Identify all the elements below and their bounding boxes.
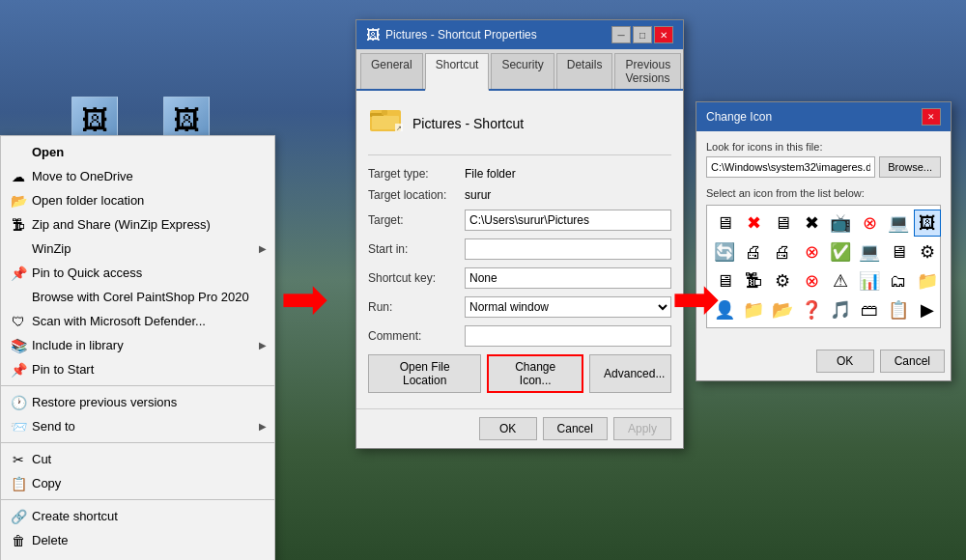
change-icon-dialog: Change Icon ✕ Look for icons in this fil…: [696, 101, 952, 381]
icon-cell-16[interactable]: ⚙: [914, 238, 941, 266]
file-row: Browse...: [706, 156, 941, 178]
comment-label: Comment:: [368, 329, 465, 343]
dialog-body: ↗ Pictures - Shortcut Target type: File …: [356, 91, 683, 408]
icon-cell-9[interactable]: 🔄: [711, 238, 738, 266]
tab-shortcut[interactable]: Shortcut: [425, 53, 490, 91]
context-menu-item-restore[interactable]: 🕐 Restore previous versions: [1, 390, 274, 414]
icon-cell-27[interactable]: 📂: [769, 296, 796, 323]
icon-cell-22[interactable]: 📊: [856, 267, 883, 294]
icon-cell-31[interactable]: 📋: [885, 296, 912, 323]
cancel-button[interactable]: Cancel: [543, 417, 608, 440]
icon-cell-20[interactable]: ⊗: [798, 267, 825, 294]
icon-cell-18[interactable]: 🗜: [740, 267, 767, 294]
shortcut-key-label: Shortcut key:: [368, 271, 465, 285]
run-select[interactable]: Normal window: [465, 296, 671, 318]
target-input[interactable]: [465, 210, 671, 231]
advanced-button[interactable]: Advanced...: [589, 354, 671, 393]
icon-cell-24[interactable]: 📁: [914, 267, 941, 294]
context-menu-item-winzip[interactable]: WinZip ▶: [1, 237, 274, 261]
restore-icon: 🕐: [9, 393, 28, 412]
icon-cell-10[interactable]: 🖨: [740, 238, 767, 266]
change-icon-button[interactable]: Change Icon...: [487, 354, 583, 393]
target-type-value: File folder: [465, 167, 516, 181]
icon-cell-13[interactable]: ✅: [827, 238, 854, 266]
send-to-submenu-arrow: ▶: [259, 421, 267, 432]
close-button[interactable]: ✕: [654, 26, 673, 43]
context-menu-item-delete[interactable]: 🗑 Delete: [1, 528, 274, 552]
row-target-type: Target type: File folder: [368, 167, 671, 181]
context-menu-item-zip-and-share[interactable]: 🗜 Zip and Share (WinZip Express): [1, 212, 274, 237]
shortcut-icon: 🔗: [9, 507, 28, 526]
context-menu-item-move-to-onedrive[interactable]: ☁ Move to OneDrive: [1, 164, 274, 188]
separator-1: [1, 385, 274, 386]
change-icon-controls: ✕: [922, 108, 941, 126]
context-menu-item-create-shortcut[interactable]: 🔗 Create shortcut: [1, 504, 274, 528]
icon-cell-8[interactable]: 🖼: [914, 210, 941, 237]
icon-cell-4[interactable]: ✖: [798, 210, 825, 237]
context-menu-item-open[interactable]: Open: [1, 140, 274, 164]
apply-button[interactable]: Apply: [613, 417, 671, 440]
file-label: Look for icons in this file:: [706, 141, 941, 153]
tab-details[interactable]: Details: [556, 53, 613, 89]
icon-cell-15[interactable]: 🖥: [885, 238, 912, 266]
dialog-header-icon: ↗: [368, 102, 403, 145]
icon-cell-30[interactable]: 🗃: [856, 296, 883, 323]
target-location-label: Target location:: [368, 188, 465, 202]
context-menu-item-copy[interactable]: 📋 Copy: [1, 471, 274, 495]
ok-button[interactable]: OK: [479, 417, 537, 440]
icon-cell-21[interactable]: ⚠: [827, 267, 854, 294]
shortcut-key-input[interactable]: [465, 267, 671, 289]
dialog-title-icon: 🖼: [366, 27, 380, 42]
change-icon-cancel-button[interactable]: Cancel: [880, 350, 945, 373]
run-label: Run:: [368, 300, 465, 314]
icon-cell-7[interactable]: 💻: [885, 210, 912, 237]
icon-cell-14[interactable]: 💻: [856, 238, 883, 266]
context-menu-item-pin-quick-access[interactable]: 📌 Pin to Quick access: [1, 261, 274, 285]
icon-cell-12[interactable]: ⊗: [798, 238, 825, 266]
icon-cell-3[interactable]: 🖥: [769, 210, 796, 237]
icon-cell-5[interactable]: 📺: [827, 210, 854, 237]
file-path-input[interactable]: [706, 156, 875, 178]
icon-cell-23[interactable]: 🗂: [885, 267, 912, 294]
browse-button[interactable]: Browse...: [879, 156, 941, 178]
icon-cell-32[interactable]: ▶: [914, 296, 941, 323]
corel-icon: [9, 288, 28, 307]
change-icon-ok-button[interactable]: OK: [816, 350, 874, 373]
icon-cell-29[interactable]: 🎵: [827, 296, 854, 323]
dialog-header-title: Pictures - Shortcut: [412, 116, 524, 131]
context-menu-item-cut[interactable]: ✂ Cut: [1, 447, 274, 471]
tab-security[interactable]: Security: [491, 53, 554, 89]
open-file-location-button[interactable]: Open File Location: [368, 354, 481, 393]
context-menu-item-pin-start[interactable]: 📌 Pin to Start: [1, 357, 274, 381]
icons-label: Select an icon from the list below:: [706, 187, 941, 199]
context-menu-item-corel[interactable]: Browse with Corel PaintShop Pro 2020: [1, 285, 274, 309]
maximize-button[interactable]: □: [633, 26, 652, 43]
copy-icon: 📋: [9, 474, 28, 493]
comment-input[interactable]: [465, 325, 671, 347]
tab-general[interactable]: General: [360, 53, 423, 89]
context-menu-item-send-to[interactable]: 📨 Send to ▶: [1, 414, 274, 438]
pin-start-icon: 📌: [9, 360, 28, 379]
minimize-button[interactable]: ─: [611, 26, 631, 43]
target-location-value: surur: [465, 188, 491, 202]
context-menu-item-open-folder-location[interactable]: 📂 Open folder location: [1, 188, 274, 212]
icon-cell-11[interactable]: 🖨: [769, 238, 796, 266]
folder-location-icon: 📂: [9, 191, 28, 210]
dialog-controls: ─ □ ✕: [611, 26, 673, 43]
icon-cell-19[interactable]: ⚙: [769, 267, 796, 294]
start-in-label: Start in:: [368, 242, 465, 256]
context-menu-item-include-library[interactable]: 📚 Include in library ▶: [1, 333, 274, 357]
icon-cell-1[interactable]: 🖥: [711, 210, 738, 237]
icon-cell-26[interactable]: 📁: [740, 296, 767, 323]
start-in-input[interactable]: [465, 238, 671, 260]
icon-cell-6[interactable]: ⊗: [856, 210, 883, 237]
tab-previous-versions[interactable]: Previous Versions: [614, 53, 681, 89]
context-menu-item-rename[interactable]: Rename: [1, 552, 274, 560]
zip-icon: 🗜: [9, 215, 28, 235]
icon-cell-28[interactable]: ❓: [798, 296, 825, 323]
change-icon-close-button[interactable]: ✕: [922, 108, 941, 126]
icon-cell-2[interactable]: ✖: [740, 210, 767, 237]
context-menu-item-defender[interactable]: 🛡 Scan with Microsoft Defender...: [1, 309, 274, 333]
target-type-label: Target type:: [368, 167, 465, 181]
dialog-header: ↗ Pictures - Shortcut: [368, 102, 671, 155]
